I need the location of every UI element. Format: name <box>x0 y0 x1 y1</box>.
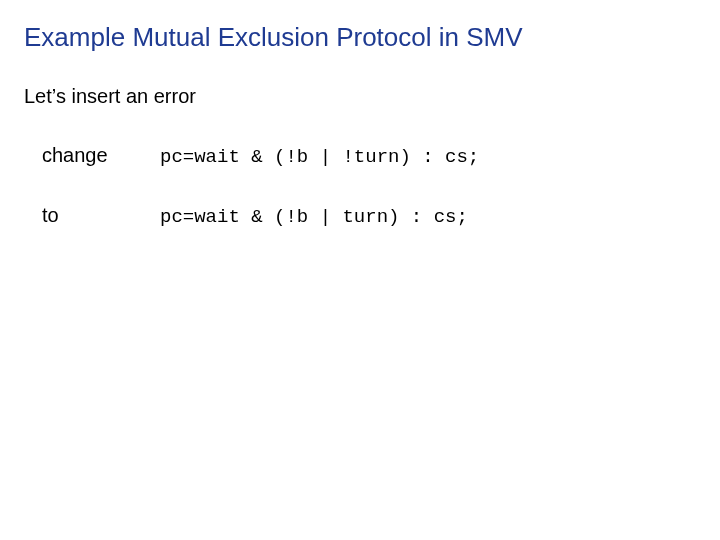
row-label: change <box>42 144 160 167</box>
row-code: pc=wait & (!b | !turn) : cs; <box>160 146 479 168</box>
slide-subtitle: Let’s insert an error <box>24 85 696 108</box>
row-label: to <box>42 204 160 227</box>
row-code: pc=wait & (!b | turn) : cs; <box>160 206 468 228</box>
slide-title: Example Mutual Exclusion Protocol in SMV <box>24 22 696 53</box>
code-row: to pc=wait & (!b | turn) : cs; <box>24 204 696 228</box>
code-row: change pc=wait & (!b | !turn) : cs; <box>24 144 696 168</box>
